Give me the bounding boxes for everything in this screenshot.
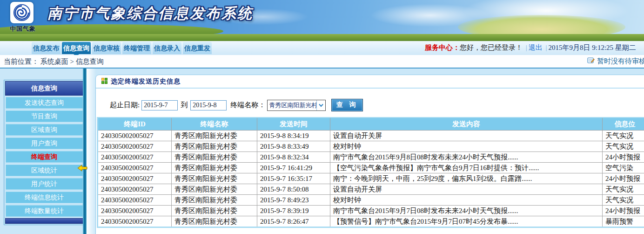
terminal-select[interactable]: 青秀区南阳新光村委 xyxy=(267,100,326,111)
cell-terminal-id: 240305002005027 xyxy=(98,184,172,195)
table-row: 240305002005027 青秀区南阳新光村委 2015-9-7 8:39:… xyxy=(98,206,644,216)
cell-send-time: 2015-9-7 8:39:19 xyxy=(257,206,330,216)
breadcrumb-separator: > xyxy=(70,58,74,65)
collapse-sidebar-arrow-icon[interactable] xyxy=(77,165,87,173)
breadcrumb-current: 信息查询 xyxy=(76,58,104,65)
cell-info-type: 24小时预报 xyxy=(603,173,644,184)
panel-blocks-icon xyxy=(101,78,107,85)
date-to-input[interactable] xyxy=(190,100,227,110)
cell-terminal-id: 240305002005027 xyxy=(98,173,172,184)
cell-send-content: 【空气污染气象条件预报】南宁市气象台9月7日16时提供：预计...... xyxy=(330,163,603,173)
cell-send-time: 2015-9-8 8:34:19 xyxy=(257,131,330,141)
sidebar-item-area-query[interactable]: 区域查询 xyxy=(5,124,83,136)
cell-send-content: 南宁市气象台2015年9月7日08时发布未来24小时天气预报...... xyxy=(330,206,603,216)
sidebar-item-terminal-query[interactable]: 终端查询 xyxy=(5,151,83,163)
cell-info-type: 24小时预报 xyxy=(603,206,644,216)
table-row: 240305002005027 青秀区南阳新光村委 2015-9-7 8:49:… xyxy=(98,195,644,206)
table-row: 240305002005027 青秀区南阳新光村委 2015-9-8 8:33:… xyxy=(98,141,644,152)
table-header-cell: 终端ID xyxy=(98,117,172,131)
cell-terminal-name: 青秀区南阳新光村委 xyxy=(172,163,257,173)
table-row: 240305002005027 青秀区南阳新光村委 2015-9-7 8:50:… xyxy=(98,184,644,195)
service-center-label: 服务中心： xyxy=(425,44,460,51)
content-area: 信息查询 发送状态查询 节目查询 区域查询 用户查询 终端查询 区域统计 用户统… xyxy=(0,69,644,234)
cell-send-content: 南宁市气象台2015年9月8日08时发布未来24小时天气预报...... xyxy=(330,152,603,163)
cell-info-type: 天气实况 xyxy=(603,131,644,141)
datetime-display: 2015年9月8日 9:12:25 星期二 xyxy=(549,44,636,51)
page-title: 南宁市气象综合信息发布系统 xyxy=(47,4,253,23)
cell-send-content: 设置自动开关屏 xyxy=(330,131,603,141)
cell-send-time: 2015-9-7 16:35:17 xyxy=(257,173,330,184)
cell-send-content: 校对时钟 xyxy=(330,195,603,206)
cell-terminal-name: 青秀区南阳新光村委 xyxy=(172,141,257,152)
tab-info-resend[interactable]: 信息重发 xyxy=(183,42,212,54)
cell-info-type: 天气实况 xyxy=(603,141,644,152)
grass-decoration xyxy=(0,34,644,41)
cell-send-time: 2015-9-7 16:41:29 xyxy=(257,163,330,173)
sidebar-item-terminal-count-stats[interactable]: 终端数量统计 xyxy=(5,205,83,217)
date-to-label: 到 xyxy=(181,101,188,110)
sidebar-item-terminal-info-stats[interactable]: 终端信息统计 xyxy=(5,191,83,204)
cell-send-time: 2015-9-7 8:26:47 xyxy=(257,216,330,227)
chevron-down-icon[interactable] xyxy=(316,100,325,110)
cell-info-type: 24小时预报 xyxy=(603,152,644,163)
tab-terminal-manage[interactable]: 终端管理 xyxy=(122,42,151,54)
cell-terminal-name: 青秀区南阳新光村委 xyxy=(172,206,257,216)
breadcrumb-label: 当前位置： xyxy=(4,58,39,65)
cell-terminal-id: 240305002005027 xyxy=(98,141,172,152)
breadcrumb-bar: 当前位置： 系统桌面 > 信息查询 暂时没有待审核信息 xyxy=(0,55,644,69)
table-header-cell: 信息位 xyxy=(603,117,644,131)
tab-info-query[interactable]: 信息查询 xyxy=(62,42,91,54)
cell-send-time: 2015-9-7 8:50:08 xyxy=(257,184,330,195)
search-button[interactable]: 查 询 xyxy=(331,99,363,111)
separator: | xyxy=(546,44,547,51)
logout-link[interactable]: 退出 xyxy=(529,44,543,51)
splitter-shadow xyxy=(87,69,96,234)
tab-info-publish[interactable]: 信息发布 xyxy=(32,42,60,54)
review-notice[interactable]: 暂时没有待审核信息 xyxy=(587,57,644,66)
terminal-select-value: 青秀区南阳新光村委 xyxy=(268,100,316,110)
cell-send-time: 2015-9-8 8:33:49 xyxy=(257,141,330,152)
cell-send-content: 【预警信号】南宁市气象台2015年9月7日07时45分发布暴...... xyxy=(330,216,603,227)
sidebar-title: 信息查询 xyxy=(5,81,83,96)
breadcrumb-home-link[interactable]: 系统桌面 xyxy=(40,58,68,65)
sidebar-item-send-status-query[interactable]: 发送状态查询 xyxy=(5,96,83,109)
table-body: 240305002005027 青秀区南阳新光村委 2015-9-8 8:34:… xyxy=(98,131,644,227)
cell-terminal-id: 240305002005027 xyxy=(98,131,172,141)
date-range-label: 起止日期: xyxy=(110,101,140,110)
service-center-bar: 服务中心：您好，您已经登录！ |退出 |2015年9月8日 9:12:25 星期… xyxy=(425,43,636,52)
cell-terminal-id: 240305002005027 xyxy=(98,216,172,227)
tab-info-review[interactable]: 信息审核 xyxy=(92,42,121,54)
cell-send-content: 设置自动开关屏 xyxy=(330,184,603,195)
note-pencil-icon xyxy=(587,57,595,66)
sidebar: 信息查询 发送状态查询 节目查询 区域查询 用户查询 终端查询 区域统计 用户统… xyxy=(4,80,85,225)
cell-terminal-name: 青秀区南阳新光村委 xyxy=(172,184,257,195)
sidebar-item-area-stats[interactable]: 区域统计 xyxy=(5,164,83,177)
cell-info-type: 天气实况 xyxy=(603,195,644,206)
review-notice-text: 暂时没有待审核信息 xyxy=(597,57,644,66)
table-row: 240305002005027 青秀区南阳新光村委 2015-9-7 8:26:… xyxy=(98,216,644,227)
panel-title: 选定终端发送历史信息 xyxy=(111,77,181,86)
table-header-cell: 终端名称 xyxy=(172,117,257,131)
main-panel: 选定终端发送历史信息 起止日期: 到 终端名称： 青秀区南阳新光村委 查 询 xyxy=(95,75,644,234)
sidebar-item-user-stats[interactable]: 用户统计 xyxy=(5,178,83,190)
login-greeting: 您好，您已经登录！ xyxy=(460,44,523,51)
cell-info-type: 空气污染 xyxy=(603,163,644,173)
cell-send-time: 2015-9-7 8:49:23 xyxy=(257,195,330,206)
table-header-cell: 发送内容 xyxy=(330,117,603,131)
table-header-cell: 发送时间 xyxy=(257,117,330,131)
history-table: 终端ID终端名称发送时间发送内容信息位 240305002005027 青秀区南… xyxy=(97,117,644,228)
terminal-name-label: 终端名称： xyxy=(230,101,265,110)
nav-bar: 信息发布 信息查询 信息审核 终端管理 信息录入 信息重发 服务中心：您好，您已… xyxy=(0,41,644,55)
sidebar-splitter[interactable] xyxy=(83,69,87,234)
tab-info-entry[interactable]: 信息录入 xyxy=(153,42,181,54)
cell-send-time: 2015-9-8 8:32:34 xyxy=(257,152,330,163)
cell-terminal-name: 青秀区南阳新光村委 xyxy=(172,216,257,227)
sidebar-item-program-query[interactable]: 节目查询 xyxy=(5,110,83,123)
date-from-input[interactable] xyxy=(141,100,178,110)
cell-send-content: 校对时钟 xyxy=(330,141,603,152)
sidebar-item-user-query[interactable]: 用户查询 xyxy=(5,137,83,150)
cell-terminal-id: 240305002005027 xyxy=(98,152,172,163)
cell-terminal-name: 青秀区南阳新光村委 xyxy=(172,131,257,141)
cell-terminal-name: 青秀区南阳新光村委 xyxy=(172,195,257,206)
nav-tabs: 信息发布 信息查询 信息审核 终端管理 信息录入 信息重发 xyxy=(32,42,212,54)
